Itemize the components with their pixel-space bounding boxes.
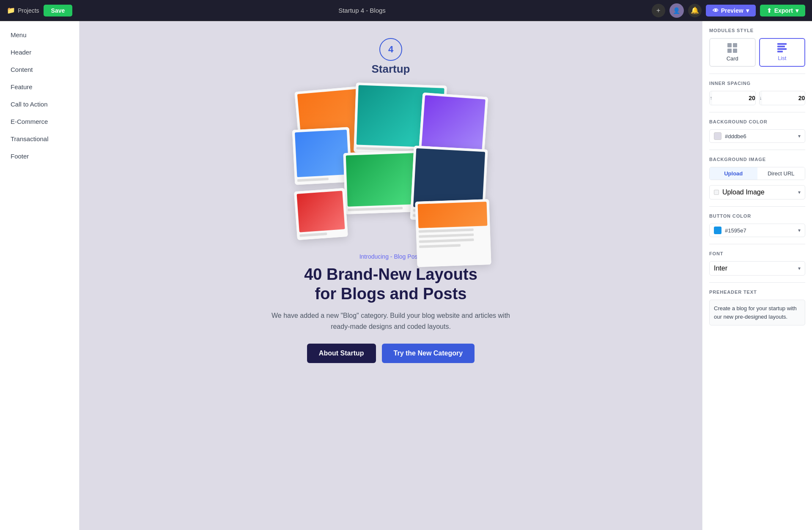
btn-color-swatch — [714, 227, 721, 234]
sidebar-item-feature[interactable]: Feature — [0, 78, 79, 96]
upload-image-label: Upload Image — [722, 189, 765, 196]
card-icon — [727, 43, 738, 53]
preview-inner-7 — [294, 188, 348, 240]
divider-2 — [709, 112, 805, 112]
divider-4 — [709, 206, 805, 207]
text-line — [419, 244, 461, 248]
bg-color-picker[interactable]: #dddbe6 ▾ — [709, 129, 805, 143]
spacing-control-down: ↓ — [759, 91, 806, 105]
chevron-down-icon: ▾ — [746, 7, 749, 14]
export-icon: ⬆ — [767, 7, 772, 14]
topbar-right: + 👤 🔔 👁 Preview ▾ ⬆ Export ▾ — [652, 3, 805, 18]
sidebar-item-content[interactable]: Content — [0, 61, 79, 78]
font-select[interactable]: Inter ▾ — [709, 261, 805, 276]
projects-button[interactable]: 📁 Projects — [7, 6, 39, 14]
text-line — [419, 233, 474, 238]
spacing-control-up: ↑ — [709, 91, 756, 105]
startup-logo: 4 Startup — [372, 38, 410, 76]
left-sidebar: Menu Header Content Feature Call to Acti… — [0, 21, 80, 530]
font-title: FONT — [709, 251, 805, 256]
button-color-picker[interactable]: #1595e7 ▾ — [709, 224, 805, 237]
style-option-list[interactable]: List — [759, 38, 806, 67]
sidebar-item-ecommerce[interactable]: E-Commerce — [0, 113, 79, 130]
btn-color-swatch-wrap: #1595e7 — [714, 227, 746, 234]
divider-1 — [709, 74, 805, 74]
text-line — [297, 178, 329, 182]
topbar: 📁 Projects Save Startup 4 - Blogs + 👤 🔔 … — [0, 0, 812, 21]
preview-label: Preview — [721, 7, 743, 14]
preview-inner-5 — [343, 150, 420, 214]
export-button[interactable]: ⬆ Export ▾ — [760, 5, 805, 16]
page-title: Startup 4 - Blogs — [77, 7, 646, 14]
upload-image-select[interactable]: Upload Image ▾ — [709, 185, 805, 199]
sidebar-item-menu[interactable]: Menu — [0, 26, 79, 44]
bg-color-swatch — [714, 132, 721, 140]
preview-card-8 — [415, 199, 491, 267]
preheader-text: Create a blog for your startup with our … — [709, 300, 805, 325]
right-panel: MODULES STYLE Card — [702, 21, 812, 530]
bg-color-value: #dddbe6 — [725, 133, 746, 139]
text-line — [348, 207, 403, 211]
spacing-down-value[interactable] — [762, 95, 806, 101]
btn-color-chevron: ▾ — [798, 227, 801, 233]
text-line — [419, 228, 474, 233]
color-swatch-wrap: #dddbe6 — [714, 132, 746, 140]
save-button[interactable]: Save — [44, 5, 73, 16]
divider-5 — [709, 244, 805, 244]
divider-6 — [709, 282, 805, 283]
font-value: Inter — [714, 265, 727, 272]
sidebar-item-transactional[interactable]: Transactional — [0, 130, 79, 148]
topbar-left: 📁 Projects Save — [7, 5, 72, 16]
try-category-button[interactable]: Try the New Category — [382, 344, 475, 363]
bg-color-title: BACKGROUND COLOR — [709, 119, 805, 124]
text-line — [299, 232, 327, 237]
spacing-up-value[interactable] — [712, 95, 756, 101]
style-card-label: Card — [727, 55, 738, 62]
bg-tab-upload[interactable]: Upload — [710, 167, 757, 180]
preview-img-3 — [421, 95, 486, 155]
bg-image-title: BACKGROUND IMAGE — [709, 157, 805, 162]
add-button[interactable]: + — [652, 4, 665, 17]
sidebar-item-call-to-action[interactable]: Call to Action — [0, 96, 79, 113]
preview-card-5 — [343, 150, 420, 214]
blog-title-line2: for Blogs and Posts — [315, 285, 467, 303]
preview-img-7 — [297, 191, 345, 232]
list-icon — [777, 43, 787, 52]
projects-label: Projects — [18, 7, 39, 14]
preview-card-7 — [294, 188, 348, 240]
preview-inner-8 — [415, 199, 491, 267]
upload-dot-icon — [714, 190, 719, 195]
spacing-row: ↑ ↓ — [709, 91, 805, 105]
preview-button[interactable]: 👁 Preview ▾ — [706, 5, 756, 16]
notification-button[interactable]: 🔔 — [688, 4, 702, 17]
style-list-label: List — [778, 55, 786, 61]
main-layout: Menu Header Content Feature Call to Acti… — [0, 21, 812, 530]
sidebar-item-footer[interactable]: Footer — [0, 148, 79, 165]
about-startup-button[interactable]: About Startup — [307, 344, 376, 363]
startup-label: Startup — [372, 63, 410, 76]
blog-description: We have added a new "Blog" category. Bui… — [268, 310, 513, 332]
preview-img-4 — [295, 130, 349, 177]
bg-image-tabs: Upload Direct URL — [709, 167, 805, 180]
text-line — [419, 238, 475, 243]
blog-previews — [289, 84, 492, 240]
upload-chevron-icon: ▾ — [798, 189, 801, 195]
chevron-down-icon: ▾ — [798, 133, 801, 139]
bg-tab-direct-url[interactable]: Direct URL — [757, 167, 805, 180]
style-option-card[interactable]: Card — [709, 38, 756, 67]
blog-title-line1: 40 Brand-New Layouts — [304, 265, 477, 283]
canvas-content: 4 Startup — [200, 38, 581, 363]
blog-section: Introducing - Blog Posts 40 Brand-New La… — [268, 253, 513, 363]
preheader-title: PREHEADER TEXT — [709, 290, 805, 295]
chevron-down-icon-export: ▾ — [796, 7, 798, 14]
inner-spacing-title: INNER SPACING — [709, 81, 805, 86]
divider-3 — [709, 150, 805, 150]
module-style-grid: Card List — [709, 38, 805, 67]
sidebar-item-header[interactable]: Header — [0, 44, 79, 61]
upload-select-left: Upload Image — [714, 189, 765, 196]
preview-img-8 — [418, 202, 488, 228]
avatar: 👤 — [669, 3, 684, 18]
export-label: Export — [774, 7, 793, 14]
blog-title: 40 Brand-New Layouts for Blogs and Posts — [268, 265, 513, 303]
button-color-title: BUTTON COLOR — [709, 213, 805, 219]
